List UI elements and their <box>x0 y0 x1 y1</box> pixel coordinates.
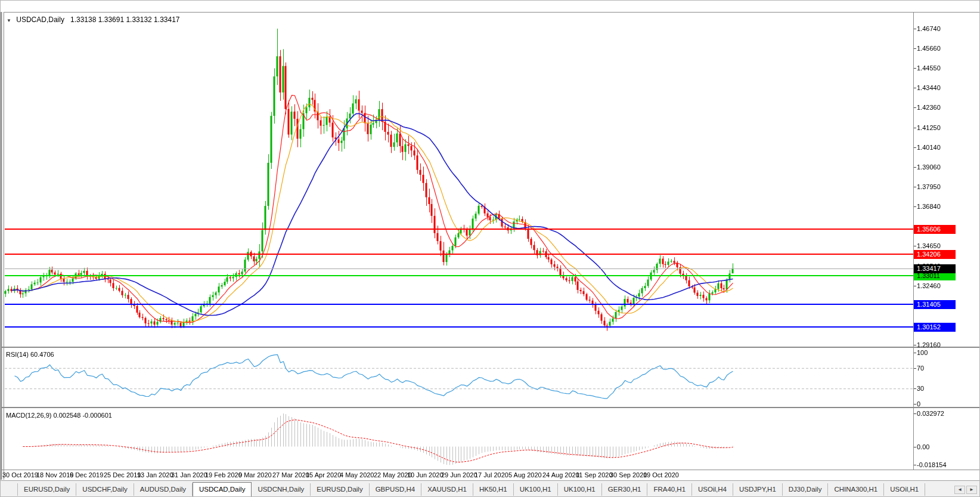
rsi-indicator-label: RSI(14) 60.4706 <box>6 351 54 358</box>
main-rsi-panel-separator[interactable] <box>1 347 980 348</box>
time-axis-drag-zone[interactable] <box>5 470 913 480</box>
tab-uk100-h1[interactable]: UK100,H1 <box>514 483 558 496</box>
tab-dj30-daily[interactable]: DJ30,Daily <box>783 483 829 496</box>
chart-ohlc-values: 1.33138 1.33691 1.33132 1.33417 <box>70 16 180 24</box>
tab-hk50-h1[interactable]: HK50,H1 <box>473 483 514 496</box>
tab-scroll-right-icon[interactable]: ► <box>966 486 977 494</box>
tab-fra40-h1[interactable]: FRA40,H1 <box>647 483 692 496</box>
tab-usdcnh-daily[interactable]: USDCNH,Daily <box>252 483 311 496</box>
current-price-line <box>5 268 913 269</box>
price-axis-drag-zone[interactable] <box>914 12 980 470</box>
chart-tab-bar: EURUSD,DailyUSDCHF,DailyAUDUSD,DailyUSDC… <box>1 480 980 497</box>
tab-usoil-h1[interactable]: USOil,H1 <box>884 483 925 496</box>
tab-china300-h1[interactable]: CHINA300,H1 <box>828 483 884 496</box>
support-line[interactable] <box>5 275 913 276</box>
tab-usoil-h4[interactable]: USOil,H4 <box>692 483 733 496</box>
support-line[interactable] <box>5 304 913 305</box>
chart-tabs: EURUSD,DailyUSDCHF,DailyAUDUSD,DailyUSDC… <box>17 482 925 497</box>
trading-terminal-window: ▼ M1M5M15M30H1H4D1W1MN ▼ USDCAD,Daily 1.… <box>0 0 980 497</box>
support-line[interactable] <box>5 326 913 328</box>
tab-gbpusd-h4[interactable]: GBPUSD,H4 <box>370 483 421 496</box>
tab-eurusd-daily[interactable]: EURUSD,Daily <box>17 483 76 496</box>
tab-scroll-left-icon[interactable]: ◄ <box>954 486 965 494</box>
chart-window-top-border <box>1 12 980 13</box>
chart-symbol-period: USDCAD,Daily <box>16 16 64 24</box>
tab-uk100-h1[interactable]: UK100,H1 <box>558 483 602 496</box>
tab-xauusd-h1[interactable]: XAUUSD,H1 <box>421 483 473 496</box>
tab-eurusd-daily[interactable]: EURUSD,Daily <box>311 483 369 496</box>
macd-indicator-label: MACD(12,26,9) 0.002548 -0.000601 <box>6 412 112 419</box>
tab-usdcad-daily[interactable]: USDCAD,Daily <box>193 482 252 497</box>
price-chart-canvas[interactable] <box>1 1 980 497</box>
rsi-macd-panel-separator[interactable] <box>1 407 980 408</box>
tab-ger30-h1[interactable]: GER30,H1 <box>602 483 648 496</box>
tab-audusd-daily[interactable]: AUDUSD,Daily <box>134 483 193 496</box>
chart-collapse-icon[interactable]: ▼ <box>7 18 11 23</box>
tab-usdchf-daily[interactable]: USDCHF,Daily <box>76 483 134 496</box>
resistance-line[interactable] <box>5 254 913 255</box>
tab-usdjpy-h1[interactable]: USDJPY,H1 <box>733 483 783 496</box>
resistance-line[interactable] <box>5 229 913 230</box>
chart-title: ▼ USDCAD,Daily 1.33138 1.33691 1.33132 1… <box>7 16 180 24</box>
chart-window-left-edge <box>1 12 4 480</box>
